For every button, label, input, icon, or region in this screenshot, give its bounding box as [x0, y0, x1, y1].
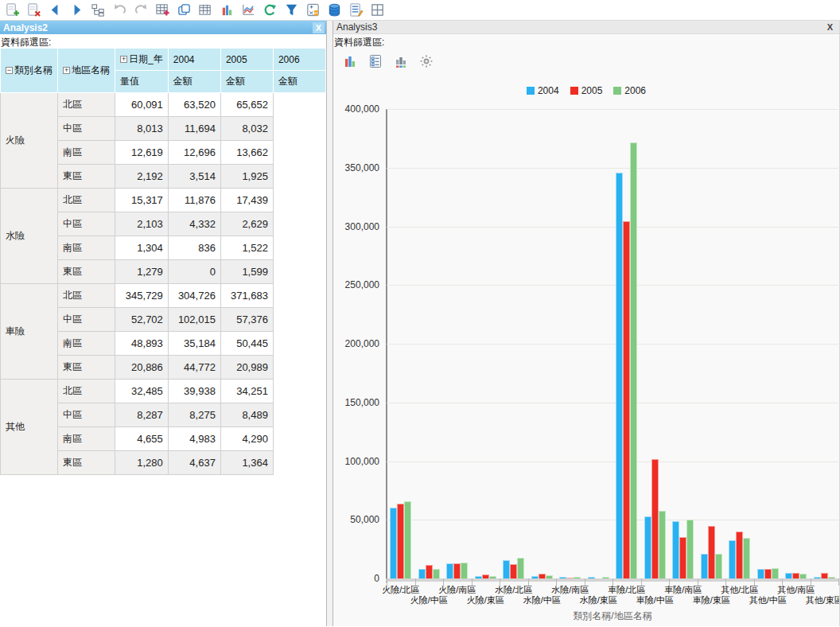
region-cell[interactable]: 東區: [58, 451, 115, 475]
line-chart-icon[interactable]: [239, 2, 257, 19]
header-year[interactable]: 2004: [168, 49, 220, 71]
region-cell[interactable]: 中區: [58, 403, 115, 427]
back-icon[interactable]: [46, 2, 64, 19]
new-page-icon[interactable]: [3, 2, 21, 19]
region-cell[interactable]: 南區: [58, 141, 115, 165]
delete-page-icon[interactable]: [25, 2, 42, 19]
bar-2005-水險/中區[interactable]: [539, 574, 546, 578]
bar-2006-水險/東區[interactable]: [602, 577, 609, 578]
bar-2004-水險/南區[interactable]: [559, 577, 566, 578]
region-cell[interactable]: 中區: [58, 212, 115, 236]
bar-2004-車險/北區[interactable]: [616, 173, 623, 578]
bar-2006-其他/東區[interactable]: [828, 577, 835, 578]
bar-2004-水險/北區[interactable]: [503, 560, 510, 578]
category-cell[interactable]: 其他: [1, 380, 58, 475]
analysis2-titlebar[interactable]: Analysis2 X: [0, 21, 326, 34]
bar-2006-火險/中區[interactable]: [433, 569, 440, 578]
bar-2004-火險/東區[interactable]: [475, 576, 482, 578]
table-view-icon[interactable]: [196, 2, 214, 19]
redo-icon[interactable]: [132, 2, 150, 19]
region-cell[interactable]: 中區: [58, 308, 115, 332]
bar-2005-其他/南區[interactable]: [792, 573, 799, 578]
bar-2004-其他/中區[interactable]: [757, 569, 764, 578]
bar-2006-火險/北區[interactable]: [404, 501, 411, 578]
expand-toggle-icon[interactable]: +: [63, 67, 70, 74]
chart-type-icon[interactable]: [341, 53, 359, 70]
bar-2005-火險/東區[interactable]: [482, 574, 489, 578]
region-cell[interactable]: 北區: [58, 189, 115, 212]
region-cell[interactable]: 南區: [58, 236, 115, 260]
bar-2006-其他/中區[interactable]: [772, 568, 779, 578]
bar-2005-火險/北區[interactable]: [397, 504, 404, 578]
copy-icon[interactable]: [175, 2, 192, 19]
header-region[interactable]: +地區名稱: [58, 49, 115, 93]
bar-2006-水險/中區[interactable]: [546, 575, 553, 578]
bar-2005-其他/東區[interactable]: [821, 573, 828, 578]
bar-2006-火險/東區[interactable]: [489, 576, 496, 578]
bar-chart-icon[interactable]: [218, 2, 235, 19]
bar-2006-其他/北區[interactable]: [743, 538, 750, 578]
analysis3-titlebar[interactable]: Analysis3 X: [333, 21, 839, 34]
category-cell[interactable]: 火險: [1, 93, 58, 189]
region-cell[interactable]: 北區: [58, 380, 115, 403]
bar-2005-水險/南區[interactable]: [566, 578, 574, 578]
legend-item-2005[interactable]: 2005: [570, 85, 603, 96]
bar-2004-火險/南區[interactable]: [446, 563, 453, 578]
filter-icon[interactable]: [282, 2, 300, 19]
legend-list-icon[interactable]: [367, 53, 384, 70]
bar-2005-水險/北區[interactable]: [510, 564, 517, 578]
report-icon[interactable]: [347, 2, 364, 19]
bar-2005-火險/南區[interactable]: [453, 563, 461, 578]
bar-2006-其他/南區[interactable]: [799, 574, 807, 578]
bar-2004-火險/北區[interactable]: [390, 508, 397, 578]
bar-2004-水險/東區[interactable]: [588, 577, 595, 578]
region-cell[interactable]: 北區: [58, 93, 115, 117]
region-cell[interactable]: 南區: [58, 427, 115, 451]
region-cell[interactable]: 北區: [58, 284, 115, 308]
legend-item-2004[interactable]: 2004: [527, 85, 559, 96]
database-icon[interactable]: [325, 2, 343, 19]
grid-window-icon[interactable]: [368, 2, 386, 19]
bar-2004-火險/中區[interactable]: [418, 569, 426, 578]
forward-icon[interactable]: [68, 2, 85, 19]
bar-2006-車險/北區[interactable]: [630, 142, 637, 578]
bar-2005-車險/中區[interactable]: [651, 459, 659, 578]
header-category[interactable]: −類別名稱: [1, 49, 58, 93]
analysis3-close-icon[interactable]: X: [824, 21, 836, 33]
region-cell[interactable]: 東區: [58, 165, 115, 189]
region-cell[interactable]: 南區: [58, 332, 115, 356]
bar-2006-車險/中區[interactable]: [659, 511, 666, 578]
header-year[interactable]: 2005: [220, 49, 273, 71]
bar-2004-其他/南區[interactable]: [785, 573, 792, 578]
analysis2-close-icon[interactable]: X: [313, 22, 325, 33]
chart-legend-icon[interactable]: [392, 53, 410, 70]
bar-2005-車險/東區[interactable]: [708, 526, 715, 578]
bar-2005-火險/中區[interactable]: [426, 565, 433, 578]
bar-2004-車險/中區[interactable]: [644, 516, 651, 578]
add-table-icon[interactable]: [154, 2, 171, 19]
undo-icon[interactable]: [111, 2, 128, 19]
bar-2006-水險/南區[interactable]: [574, 577, 581, 578]
bar-2004-車險/東區[interactable]: [701, 554, 708, 578]
bar-2006-火險/南區[interactable]: [461, 563, 468, 578]
panel-splitter[interactable]: [326, 21, 333, 626]
bar-2006-車險/東區[interactable]: [715, 554, 722, 578]
settings-gear-icon[interactable]: [418, 53, 435, 70]
bar-2005-其他/北區[interactable]: [736, 532, 743, 578]
bar-2004-車險/南區[interactable]: [672, 521, 679, 578]
expand-toggle-icon[interactable]: +: [120, 56, 127, 63]
legend-item-2006[interactable]: 2006: [613, 85, 646, 96]
header-date[interactable]: +日期_年: [115, 49, 169, 71]
bar-2005-車險/南區[interactable]: [679, 537, 686, 578]
region-cell[interactable]: 東區: [58, 356, 115, 380]
hierarchy-icon[interactable]: [89, 2, 107, 19]
category-cell[interactable]: 車險: [1, 284, 58, 380]
header-year[interactable]: 2006: [273, 49, 325, 71]
bar-2004-其他/東區[interactable]: [814, 577, 821, 578]
bar-2006-水險/北區[interactable]: [517, 558, 524, 578]
bar-2005-車險/北區[interactable]: [623, 221, 630, 578]
bar-2006-車險/南區[interactable]: [686, 520, 694, 578]
category-cell[interactable]: 水險: [1, 189, 58, 284]
refresh-icon[interactable]: [261, 2, 278, 19]
expand-toggle-icon[interactable]: −: [6, 67, 13, 74]
